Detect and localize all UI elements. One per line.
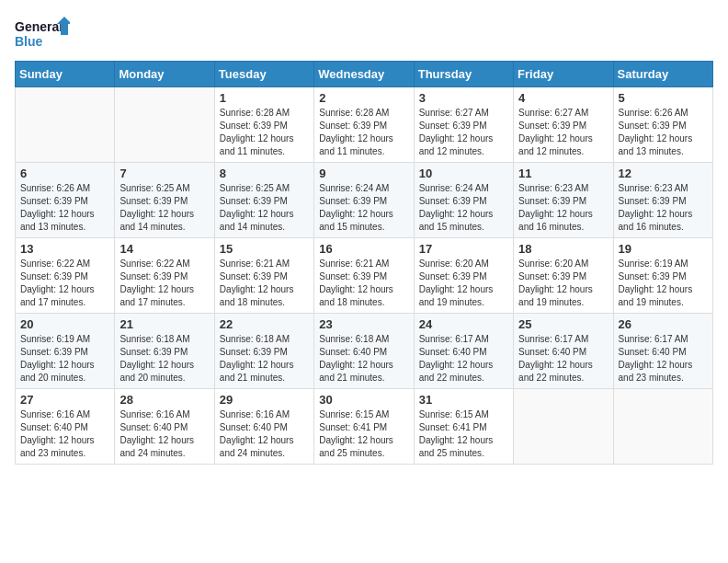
- day-number: 23: [319, 317, 408, 331]
- calendar-day-cell: 9Sunrise: 6:24 AM Sunset: 6:39 PM Daylig…: [314, 163, 414, 238]
- day-number: 13: [20, 242, 109, 256]
- calendar-day-cell: [613, 389, 712, 465]
- day-number: 15: [220, 242, 309, 256]
- day-info: Sunrise: 6:22 AM Sunset: 6:39 PM Dayligh…: [20, 258, 109, 309]
- calendar-day-cell: [514, 389, 613, 465]
- day-info: Sunrise: 6:26 AM Sunset: 6:39 PM Dayligh…: [20, 182, 109, 234]
- day-number: 31: [419, 393, 508, 407]
- weekday-header-thursday: Thursday: [414, 62, 513, 87]
- day-info: Sunrise: 6:23 AM Sunset: 6:39 PM Dayligh…: [518, 182, 608, 234]
- calendar-day-cell: 2Sunrise: 6:28 AM Sunset: 6:39 PM Daylig…: [314, 87, 414, 163]
- calendar-day-cell: 5Sunrise: 6:26 AM Sunset: 6:39 PM Daylig…: [613, 87, 712, 163]
- day-info: Sunrise: 6:25 AM Sunset: 6:39 PM Dayligh…: [220, 182, 309, 234]
- svg-text:General: General: [15, 19, 63, 34]
- day-info: Sunrise: 6:18 AM Sunset: 6:40 PM Dayligh…: [319, 333, 408, 385]
- day-info: Sunrise: 6:28 AM Sunset: 6:39 PM Dayligh…: [220, 107, 309, 158]
- day-number: 1: [220, 91, 309, 105]
- day-number: 14: [119, 242, 209, 256]
- day-number: 16: [319, 242, 408, 256]
- weekday-header-row: SundayMondayTuesdayWednesdayThursdayFrid…: [16, 62, 713, 87]
- day-info: Sunrise: 6:19 AM Sunset: 6:39 PM Dayligh…: [619, 258, 708, 309]
- day-number: 30: [319, 393, 408, 407]
- day-number: 12: [619, 167, 708, 180]
- calendar-day-cell: 18Sunrise: 6:20 AM Sunset: 6:39 PM Dayli…: [514, 238, 613, 314]
- calendar-day-cell: 16Sunrise: 6:21 AM Sunset: 6:39 PM Dayli…: [314, 238, 414, 314]
- calendar-day-cell: 7Sunrise: 6:25 AM Sunset: 6:39 PM Daylig…: [115, 163, 214, 238]
- calendar-day-cell: 24Sunrise: 6:17 AM Sunset: 6:40 PM Dayli…: [414, 314, 513, 389]
- day-number: 21: [119, 317, 209, 331]
- page-header: General Blue: [15, 15, 713, 52]
- calendar-day-cell: [115, 87, 214, 163]
- day-info: Sunrise: 6:24 AM Sunset: 6:39 PM Dayligh…: [419, 182, 508, 234]
- calendar-day-cell: 4Sunrise: 6:27 AM Sunset: 6:39 PM Daylig…: [514, 87, 613, 163]
- svg-text:Blue: Blue: [15, 34, 43, 49]
- day-info: Sunrise: 6:17 AM Sunset: 6:40 PM Dayligh…: [419, 333, 508, 385]
- calendar-day-cell: 30Sunrise: 6:15 AM Sunset: 6:41 PM Dayli…: [314, 389, 414, 465]
- day-number: 22: [220, 317, 309, 331]
- day-info: Sunrise: 6:23 AM Sunset: 6:39 PM Dayligh…: [619, 182, 708, 234]
- day-info: Sunrise: 6:27 AM Sunset: 6:39 PM Dayligh…: [518, 107, 608, 158]
- calendar-day-cell: 25Sunrise: 6:17 AM Sunset: 6:40 PM Dayli…: [514, 314, 613, 389]
- calendar-day-cell: 17Sunrise: 6:20 AM Sunset: 6:39 PM Dayli…: [414, 238, 513, 314]
- day-number: 5: [619, 91, 708, 105]
- day-number: 4: [518, 91, 608, 105]
- calendar-day-cell: 20Sunrise: 6:19 AM Sunset: 6:39 PM Dayli…: [16, 314, 115, 389]
- calendar-week-row: 1Sunrise: 6:28 AM Sunset: 6:39 PM Daylig…: [16, 87, 713, 163]
- calendar-day-cell: 12Sunrise: 6:23 AM Sunset: 6:39 PM Dayli…: [613, 163, 712, 238]
- day-number: 29: [220, 393, 309, 407]
- day-number: 19: [619, 242, 708, 256]
- day-info: Sunrise: 6:15 AM Sunset: 6:41 PM Dayligh…: [319, 408, 408, 460]
- calendar-day-cell: 10Sunrise: 6:24 AM Sunset: 6:39 PM Dayli…: [414, 163, 513, 238]
- day-number: 9: [319, 167, 408, 180]
- day-number: 2: [319, 91, 408, 105]
- day-number: 8: [220, 167, 309, 180]
- calendar-day-cell: 21Sunrise: 6:18 AM Sunset: 6:39 PM Dayli…: [115, 314, 214, 389]
- day-info: Sunrise: 6:22 AM Sunset: 6:39 PM Dayligh…: [119, 258, 209, 309]
- logo: General Blue: [15, 15, 70, 52]
- day-info: Sunrise: 6:17 AM Sunset: 6:40 PM Dayligh…: [518, 333, 608, 385]
- day-info: Sunrise: 6:18 AM Sunset: 6:39 PM Dayligh…: [119, 333, 209, 385]
- day-info: Sunrise: 6:20 AM Sunset: 6:39 PM Dayligh…: [419, 258, 508, 309]
- calendar-week-row: 6Sunrise: 6:26 AM Sunset: 6:39 PM Daylig…: [16, 163, 713, 238]
- calendar-day-cell: 14Sunrise: 6:22 AM Sunset: 6:39 PM Dayli…: [115, 238, 214, 314]
- day-info: Sunrise: 6:18 AM Sunset: 6:39 PM Dayligh…: [220, 333, 309, 385]
- calendar-day-cell: 27Sunrise: 6:16 AM Sunset: 6:40 PM Dayli…: [16, 389, 115, 465]
- day-number: 10: [419, 167, 508, 180]
- calendar-week-row: 13Sunrise: 6:22 AM Sunset: 6:39 PM Dayli…: [16, 238, 713, 314]
- day-number: 7: [119, 167, 209, 180]
- day-info: Sunrise: 6:27 AM Sunset: 6:39 PM Dayligh…: [419, 107, 508, 158]
- calendar-day-cell: 13Sunrise: 6:22 AM Sunset: 6:39 PM Dayli…: [16, 238, 115, 314]
- day-number: 24: [419, 317, 508, 331]
- day-info: Sunrise: 6:24 AM Sunset: 6:39 PM Dayligh…: [319, 182, 408, 234]
- calendar-day-cell: 22Sunrise: 6:18 AM Sunset: 6:39 PM Dayli…: [214, 314, 313, 389]
- day-number: 27: [20, 393, 109, 407]
- weekday-header-sunday: Sunday: [16, 62, 115, 87]
- calendar-day-cell: 31Sunrise: 6:15 AM Sunset: 6:41 PM Dayli…: [414, 389, 513, 465]
- calendar-week-row: 27Sunrise: 6:16 AM Sunset: 6:40 PM Dayli…: [16, 389, 713, 465]
- day-number: 6: [20, 167, 109, 180]
- day-number: 28: [119, 393, 209, 407]
- logo-svg: General Blue: [15, 15, 70, 52]
- day-info: Sunrise: 6:20 AM Sunset: 6:39 PM Dayligh…: [518, 258, 608, 309]
- calendar-day-cell: 3Sunrise: 6:27 AM Sunset: 6:39 PM Daylig…: [414, 87, 513, 163]
- weekday-header-friday: Friday: [514, 62, 613, 87]
- weekday-header-wednesday: Wednesday: [314, 62, 414, 87]
- calendar-day-cell: 19Sunrise: 6:19 AM Sunset: 6:39 PM Dayli…: [613, 238, 712, 314]
- weekday-header-saturday: Saturday: [613, 62, 712, 87]
- day-info: Sunrise: 6:19 AM Sunset: 6:39 PM Dayligh…: [20, 333, 109, 385]
- day-info: Sunrise: 6:28 AM Sunset: 6:39 PM Dayligh…: [319, 107, 408, 158]
- day-info: Sunrise: 6:17 AM Sunset: 6:40 PM Dayligh…: [619, 333, 708, 385]
- calendar-week-row: 20Sunrise: 6:19 AM Sunset: 6:39 PM Dayli…: [16, 314, 713, 389]
- calendar-day-cell: [16, 87, 115, 163]
- day-number: 3: [419, 91, 508, 105]
- calendar-day-cell: 26Sunrise: 6:17 AM Sunset: 6:40 PM Dayli…: [613, 314, 712, 389]
- calendar-day-cell: 29Sunrise: 6:16 AM Sunset: 6:40 PM Dayli…: [214, 389, 313, 465]
- day-info: Sunrise: 6:26 AM Sunset: 6:39 PM Dayligh…: [619, 107, 708, 158]
- day-info: Sunrise: 6:16 AM Sunset: 6:40 PM Dayligh…: [20, 408, 109, 460]
- day-info: Sunrise: 6:15 AM Sunset: 6:41 PM Dayligh…: [419, 408, 508, 460]
- day-number: 18: [518, 242, 608, 256]
- day-info: Sunrise: 6:16 AM Sunset: 6:40 PM Dayligh…: [220, 408, 309, 460]
- day-number: 17: [419, 242, 508, 256]
- calendar-day-cell: 28Sunrise: 6:16 AM Sunset: 6:40 PM Dayli…: [115, 389, 214, 465]
- calendar-day-cell: 11Sunrise: 6:23 AM Sunset: 6:39 PM Dayli…: [514, 163, 613, 238]
